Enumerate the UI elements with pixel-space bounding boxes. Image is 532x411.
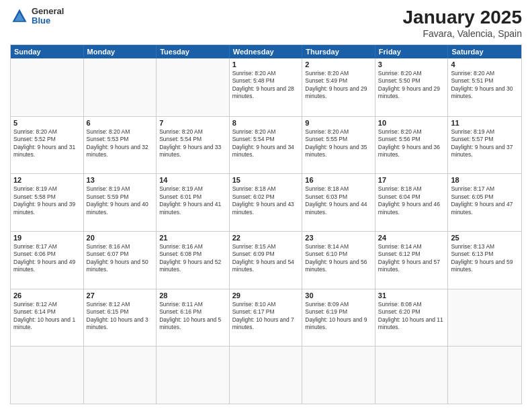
calendar-week-row: 19Sunrise: 8:17 AM Sunset: 6:06 PM Dayli… xyxy=(11,231,521,289)
day-number: 16 xyxy=(305,176,372,184)
calendar-day-cell xyxy=(11,347,84,404)
calendar-day-cell: 28Sunrise: 8:11 AM Sunset: 6:16 PM Dayli… xyxy=(157,289,230,347)
title-block: January 2025 Favara, Valencia, Spain xyxy=(403,7,522,39)
day-of-week-header: Thursday xyxy=(302,45,375,58)
day-info: Sunrise: 8:15 AM Sunset: 6:09 PM Dayligh… xyxy=(232,243,300,274)
calendar-day-cell xyxy=(157,58,230,116)
day-info: Sunrise: 8:20 AM Sunset: 5:49 PM Dayligh… xyxy=(305,70,372,101)
day-info: Sunrise: 8:11 AM Sunset: 6:16 PM Dayligh… xyxy=(159,301,226,332)
day-number: 29 xyxy=(232,291,300,300)
day-info: Sunrise: 8:12 AM Sunset: 6:15 PM Dayligh… xyxy=(87,301,154,332)
calendar-day-cell: 22Sunrise: 8:15 AM Sunset: 6:09 PM Dayli… xyxy=(230,232,303,289)
calendar-day-cell: 21Sunrise: 8:16 AM Sunset: 6:08 PM Dayli… xyxy=(157,232,230,289)
day-number: 12 xyxy=(13,176,81,184)
calendar-day-cell: 23Sunrise: 8:14 AM Sunset: 6:10 PM Dayli… xyxy=(302,232,375,289)
day-number: 19 xyxy=(13,234,81,242)
day-number: 10 xyxy=(378,119,445,127)
calendar-day-cell: 31Sunrise: 8:08 AM Sunset: 6:20 PM Dayli… xyxy=(375,289,449,347)
calendar-week-row: 12Sunrise: 8:19 AM Sunset: 5:58 PM Dayli… xyxy=(11,173,521,231)
day-number: 26 xyxy=(13,291,81,300)
day-info: Sunrise: 8:20 AM Sunset: 5:52 PM Dayligh… xyxy=(13,128,81,159)
day-info: Sunrise: 8:19 AM Sunset: 5:58 PM Dayligh… xyxy=(13,185,81,216)
calendar-day-cell: 3Sunrise: 8:20 AM Sunset: 5:50 PM Daylig… xyxy=(375,58,449,116)
page: General Blue January 2025 Favara, Valenc… xyxy=(0,0,532,411)
day-info: Sunrise: 8:19 AM Sunset: 5:59 PM Dayligh… xyxy=(87,185,154,216)
day-of-week-header: Tuesday xyxy=(157,45,230,58)
day-info: Sunrise: 8:17 AM Sunset: 6:05 PM Dayligh… xyxy=(451,185,519,216)
calendar-day-cell: 5Sunrise: 8:20 AM Sunset: 5:52 PM Daylig… xyxy=(11,117,84,174)
day-info: Sunrise: 8:20 AM Sunset: 5:54 PM Dayligh… xyxy=(232,128,300,159)
day-info: Sunrise: 8:16 AM Sunset: 6:08 PM Dayligh… xyxy=(159,243,226,274)
day-info: Sunrise: 8:20 AM Sunset: 5:55 PM Dayligh… xyxy=(305,128,372,159)
calendar-day-cell: 10Sunrise: 8:20 AM Sunset: 5:56 PM Dayli… xyxy=(375,117,449,174)
day-number: 21 xyxy=(159,234,226,242)
calendar-week-row: 26Sunrise: 8:12 AM Sunset: 6:14 PM Dayli… xyxy=(11,289,521,347)
calendar-week-row xyxy=(11,346,521,404)
calendar-day-cell: 16Sunrise: 8:18 AM Sunset: 6:03 PM Dayli… xyxy=(302,174,375,231)
day-number: 18 xyxy=(451,176,519,184)
day-number: 1 xyxy=(232,60,300,68)
day-number: 27 xyxy=(87,291,154,300)
calendar-day-cell xyxy=(375,347,449,404)
calendar-day-cell: 27Sunrise: 8:12 AM Sunset: 6:15 PM Dayli… xyxy=(84,289,157,347)
calendar-day-cell: 2Sunrise: 8:20 AM Sunset: 5:49 PM Daylig… xyxy=(302,58,375,116)
day-number: 15 xyxy=(232,176,300,184)
day-number: 3 xyxy=(378,60,445,68)
day-info: Sunrise: 8:09 AM Sunset: 6:19 PM Dayligh… xyxy=(305,301,372,332)
calendar-day-cell xyxy=(11,58,84,116)
day-info: Sunrise: 8:20 AM Sunset: 5:50 PM Dayligh… xyxy=(378,70,445,101)
day-number: 31 xyxy=(378,291,445,300)
calendar-day-cell: 4Sunrise: 8:20 AM Sunset: 5:51 PM Daylig… xyxy=(448,58,521,116)
day-info: Sunrise: 8:14 AM Sunset: 6:10 PM Dayligh… xyxy=(305,243,372,274)
day-info: Sunrise: 8:18 AM Sunset: 6:02 PM Dayligh… xyxy=(232,185,300,216)
calendar-body: 1Sunrise: 8:20 AM Sunset: 5:48 PM Daylig… xyxy=(11,58,521,404)
day-of-week-header: Wednesday xyxy=(230,45,303,58)
logo-blue-text: Blue xyxy=(32,16,64,26)
header: General Blue January 2025 Favara, Valenc… xyxy=(10,7,522,39)
calendar-day-cell: 17Sunrise: 8:18 AM Sunset: 6:04 PM Dayli… xyxy=(375,174,449,231)
day-info: Sunrise: 8:19 AM Sunset: 6:01 PM Dayligh… xyxy=(159,185,226,216)
day-number: 7 xyxy=(159,119,226,127)
calendar-day-cell: 20Sunrise: 8:16 AM Sunset: 6:07 PM Dayli… xyxy=(84,232,157,289)
day-number: 13 xyxy=(87,176,154,184)
day-number: 11 xyxy=(451,119,519,127)
calendar-day-cell: 13Sunrise: 8:19 AM Sunset: 5:59 PM Dayli… xyxy=(84,174,157,231)
day-number: 22 xyxy=(232,234,300,242)
day-info: Sunrise: 8:12 AM Sunset: 6:14 PM Dayligh… xyxy=(13,301,81,332)
month-title: January 2025 xyxy=(403,7,522,28)
day-number: 4 xyxy=(451,60,519,68)
day-info: Sunrise: 8:10 AM Sunset: 6:17 PM Dayligh… xyxy=(232,301,300,332)
day-info: Sunrise: 8:13 AM Sunset: 6:13 PM Dayligh… xyxy=(451,243,519,274)
day-number: 14 xyxy=(159,176,226,184)
day-info: Sunrise: 8:20 AM Sunset: 5:54 PM Dayligh… xyxy=(159,128,226,159)
day-number: 20 xyxy=(87,234,154,242)
day-number: 17 xyxy=(378,176,445,184)
calendar-day-cell xyxy=(84,347,157,404)
day-info: Sunrise: 8:19 AM Sunset: 5:57 PM Dayligh… xyxy=(451,128,519,159)
day-of-week-header: Sunday xyxy=(11,45,84,58)
calendar-day-cell: 15Sunrise: 8:18 AM Sunset: 6:02 PM Dayli… xyxy=(230,174,303,231)
location: Favara, Valencia, Spain xyxy=(403,28,522,39)
calendar-day-cell xyxy=(157,347,230,404)
calendar-day-cell xyxy=(448,347,521,404)
day-info: Sunrise: 8:20 AM Sunset: 5:56 PM Dayligh… xyxy=(378,128,445,159)
day-of-week-header: Saturday xyxy=(448,45,521,58)
calendar-day-cell: 24Sunrise: 8:14 AM Sunset: 6:12 PM Dayli… xyxy=(375,232,449,289)
calendar-day-cell: 12Sunrise: 8:19 AM Sunset: 5:58 PM Dayli… xyxy=(11,174,84,231)
calendar-header: SundayMondayTuesdayWednesdayThursdayFrid… xyxy=(11,45,521,58)
calendar-day-cell: 29Sunrise: 8:10 AM Sunset: 6:17 PM Dayli… xyxy=(230,289,303,347)
calendar-day-cell: 6Sunrise: 8:20 AM Sunset: 5:53 PM Daylig… xyxy=(84,117,157,174)
day-number: 5 xyxy=(13,119,81,127)
calendar-day-cell: 11Sunrise: 8:19 AM Sunset: 5:57 PM Dayli… xyxy=(448,117,521,174)
day-info: Sunrise: 8:16 AM Sunset: 6:07 PM Dayligh… xyxy=(87,243,154,274)
day-number: 30 xyxy=(305,291,372,300)
calendar-day-cell: 26Sunrise: 8:12 AM Sunset: 6:14 PM Dayli… xyxy=(11,289,84,347)
calendar-day-cell: 7Sunrise: 8:20 AM Sunset: 5:54 PM Daylig… xyxy=(157,117,230,174)
day-number: 6 xyxy=(87,119,154,127)
logo-text: General Blue xyxy=(32,7,64,26)
day-number: 23 xyxy=(305,234,372,242)
day-of-week-header: Friday xyxy=(375,45,449,58)
day-info: Sunrise: 8:17 AM Sunset: 6:06 PM Dayligh… xyxy=(13,243,81,274)
calendar-day-cell: 18Sunrise: 8:17 AM Sunset: 6:05 PM Dayli… xyxy=(448,174,521,231)
day-of-week-header: Monday xyxy=(84,45,157,58)
